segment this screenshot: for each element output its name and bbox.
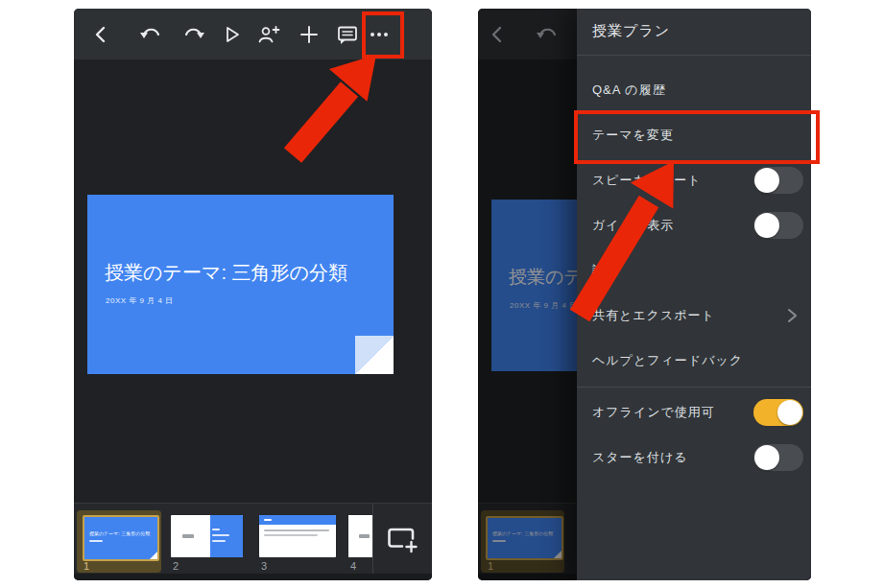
slide-title: 授業のテーマ: 三角形の分類	[105, 260, 384, 285]
slide-preview[interactable]: 授業のテーマ: 三角形の分類 20XX 年 9 月 4 日	[87, 195, 394, 374]
menu-header: 授業プラン	[577, 9, 811, 56]
thumbnail-4-image	[348, 515, 372, 557]
thumbnail-3-header-band	[259, 515, 336, 525]
toggle-knob	[777, 400, 802, 425]
speaker-notes-toggle[interactable]	[753, 167, 803, 194]
new-slide-button[interactable]	[373, 504, 432, 580]
overflow-menu-panel: 授業プラン Q&A の履歴 テーマを変更 スピーカーノート ガイドを表示 詳細 …	[577, 9, 811, 580]
slide-date: 20XX 年 9 月 4 日	[106, 295, 174, 306]
show-guides-toggle[interactable]	[753, 212, 803, 239]
menu-item-share-export[interactable]: 共有とエクスポート	[577, 293, 811, 338]
redo-button[interactable]	[180, 21, 207, 48]
menu-item-show-guides[interactable]: ガイドを表示	[577, 202, 811, 247]
thumbnail-3-line	[264, 529, 329, 531]
thumbnail-1-date-line	[89, 540, 103, 542]
play-icon	[221, 24, 242, 45]
speaker-notes-button[interactable]	[334, 21, 361, 48]
thumbnail-slide-1[interactable]: 授業のテーマ: 三角形の分類 1	[77, 510, 161, 573]
slide-canvas[interactable]: 授業のテーマ: 三角形の分類 20XX 年 9 月 4 日	[74, 59, 432, 504]
thumbnail-2-line	[212, 540, 226, 542]
menu-item-speaker-notes[interactable]: スピーカーノート	[577, 157, 811, 202]
person-add-icon	[256, 24, 281, 45]
thumbnail-2-line	[212, 534, 229, 536]
annotation-box-change-theme	[574, 110, 820, 164]
phone-screenshot-right: 授業のテーマ: 三角形の分類 20XX 年 9 月 4 日 授業のテーマ: 三角…	[478, 9, 811, 580]
thumbnail-3-image	[259, 515, 336, 557]
speaker-notes-icon	[336, 24, 359, 45]
annotation-box-more-button	[362, 12, 404, 59]
thumbnail-1-curl	[150, 552, 157, 559]
menu-title: 授業プラン	[592, 22, 670, 40]
menu-item-add-star[interactable]: スターを付ける	[577, 435, 811, 480]
thumbnail-2-image	[171, 515, 243, 557]
thumbnail-4-number: 4	[350, 560, 356, 572]
toggle-knob	[754, 445, 779, 470]
thumbnail-3-number: 3	[261, 560, 267, 572]
filmstrip-bottom-edge	[74, 574, 432, 580]
plus-icon	[299, 24, 320, 45]
thumbnail-3-line	[264, 534, 318, 536]
add-button[interactable]	[296, 21, 323, 48]
back-chevron-icon	[90, 24, 111, 45]
available-offline-toggle[interactable]	[753, 399, 803, 426]
menu-section-divider	[577, 387, 811, 388]
thumbnail-4-text-line	[359, 534, 370, 538]
menu-item-available-offline[interactable]: オフラインで使用可	[577, 389, 811, 435]
thumbnail-1-number: 1	[84, 560, 89, 572]
modal-scrim[interactable]	[478, 9, 577, 580]
toggle-knob	[754, 213, 779, 238]
thumbnail-1-title: 授業のテーマ: 三角形の分類	[89, 530, 155, 536]
phone-screenshot-left: 授業のテーマ: 三角形の分類 20XX 年 9 月 4 日 授業のテーマ: 三角…	[74, 9, 432, 580]
thumbnail-2-line	[212, 529, 220, 530]
undo-icon	[139, 24, 162, 45]
thumbnail-1-image: 授業のテーマ: 三角形の分類	[83, 515, 159, 561]
toggle-knob	[754, 168, 779, 193]
add-collaborator-button[interactable]	[255, 21, 282, 48]
menu-item-qa-history[interactable]: Q&A の履歴	[577, 67, 811, 112]
thumbnail-2-blue-panel	[210, 515, 243, 557]
menu-item-details[interactable]: 詳細	[577, 247, 811, 293]
menu-item-help-feedback[interactable]: ヘルプとフィードバック	[577, 338, 811, 383]
redo-icon	[182, 24, 205, 45]
screenshot-page: 授業のテーマ: 三角形の分類 20XX 年 9 月 4 日 授業のテーマ: 三角…	[0, 0, 884, 588]
filmstrip: 授業のテーマ: 三角形の分類 1 2	[74, 503, 432, 580]
thumbnail-2-number: 2	[173, 560, 179, 572]
new-slide-icon	[386, 526, 420, 554]
add-star-toggle[interactable]	[753, 444, 803, 471]
page-curl-decoration	[355, 336, 394, 374]
back-button[interactable]	[87, 21, 114, 48]
present-button[interactable]	[218, 21, 245, 48]
thumbnail-2-text-line	[182, 534, 194, 538]
chevron-right-icon	[786, 308, 798, 323]
undo-button[interactable]	[137, 21, 164, 48]
